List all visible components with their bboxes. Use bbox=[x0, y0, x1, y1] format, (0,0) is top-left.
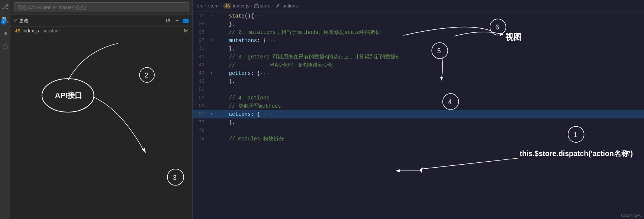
line-content: }, bbox=[216, 118, 644, 127]
line-content: // 2. mutations，相当于methods。用来修改state中的数据 bbox=[216, 28, 644, 36]
line-number: 53 bbox=[193, 110, 210, 118]
notification-badge: 1 bbox=[1, 19, 6, 25]
file-list-item[interactable]: JS index.js src\store M bbox=[10, 27, 192, 35]
line-content: mutations: {··· bbox=[216, 36, 644, 45]
code-line-43: 43 › getters: {··· bbox=[193, 69, 644, 77]
code-content: 11 › state(){··· 25 }, 26 // 2. mutation… bbox=[193, 12, 644, 219]
line-number: 40 bbox=[193, 45, 210, 53]
csdn-watermark: CSDN @AI bbox=[621, 213, 642, 218]
line-number: 25 bbox=[193, 20, 210, 28]
line-number: 49 bbox=[193, 77, 210, 86]
js-file-icon: JS bbox=[15, 28, 20, 34]
code-line-41: 41 // 3. getters 可以用来在已有的数据A的基础上，计算得到新的数… bbox=[193, 53, 644, 61]
breadcrumb: src › store › JS index.js › store › acti… bbox=[193, 0, 644, 12]
code-line-53: 53 › actions: { ··· bbox=[193, 110, 644, 118]
line-content: actions: { ··· bbox=[216, 110, 644, 118]
add-button[interactable]: + bbox=[174, 17, 180, 25]
line-number: 50 bbox=[193, 86, 210, 94]
code-line-51: 51 // 4. actions bbox=[193, 94, 644, 102]
code-lines: 11 › state(){··· 25 }, 26 // 2. mutation… bbox=[193, 12, 644, 219]
line-number: 43 bbox=[193, 69, 210, 77]
bc-js-badge: JS bbox=[223, 3, 231, 9]
code-editor: src › store › JS index.js › store › acti… bbox=[193, 0, 644, 219]
bc-store2: store bbox=[254, 3, 271, 9]
bc-actions: actions bbox=[275, 3, 298, 9]
code-line-26: 26 // 2. mutations，相当于methods。用来修改state中… bbox=[193, 28, 644, 36]
bc-sep-2: › bbox=[220, 3, 222, 9]
line-number: 41 bbox=[193, 53, 210, 61]
line-number: 77 bbox=[193, 118, 210, 127]
fold-arrow[interactable]: › bbox=[210, 12, 216, 20]
extensions-icon[interactable]: ⊞ bbox=[2, 28, 9, 39]
line-number: 78 bbox=[193, 127, 210, 135]
line-content: }, bbox=[216, 20, 644, 28]
code-line-79: 79 // modules 模块拆分 bbox=[193, 135, 644, 143]
line-content: getters: {··· bbox=[216, 69, 644, 77]
activity-bar: ⎇ 🔍 ⊞ ⬡ 1 bbox=[0, 0, 10, 219]
hex-icon[interactable]: ⬡ bbox=[1, 42, 9, 52]
line-number: 42 bbox=[193, 61, 210, 69]
bc-sep-3: › bbox=[251, 3, 252, 9]
line-content: // 4. actions bbox=[216, 94, 644, 102]
source-control-panel: ∨ 更改 ↺ + 1 JS index.js src\store M API接口… bbox=[10, 0, 193, 219]
code-line-11: 11 › state(){··· bbox=[193, 12, 644, 20]
bc-store: store bbox=[208, 3, 219, 9]
undo-button[interactable]: ↺ bbox=[164, 16, 172, 25]
line-number: 11 bbox=[193, 12, 210, 20]
fold-arrow[interactable]: › bbox=[210, 69, 216, 77]
line-content: // 3. getters 可以用来在已有的数据A的基础上，计算得到新的数据B bbox=[216, 53, 644, 61]
code-line-49: 49 }, bbox=[193, 77, 644, 86]
line-content: }, bbox=[216, 77, 644, 86]
svg-point-0 bbox=[42, 79, 94, 112]
svg-text:API接口: API接口 bbox=[55, 91, 82, 99]
svg-point-5 bbox=[167, 169, 184, 185]
bc-sep-4: › bbox=[272, 3, 274, 9]
code-line-25: 25 }, bbox=[193, 20, 644, 28]
code-line-40: 40 }, bbox=[193, 45, 644, 53]
bc-src: src bbox=[197, 3, 203, 9]
line-content: }, bbox=[216, 45, 644, 53]
changes-header: ∨ 更改 ↺ + 1 bbox=[10, 15, 192, 27]
code-line-78: 78 bbox=[193, 127, 644, 135]
code-line-50: 50 bbox=[193, 86, 644, 94]
changes-label: ∨ 更改 bbox=[13, 18, 162, 24]
file-status-badge: M bbox=[184, 28, 188, 34]
fold-arrow[interactable]: › bbox=[210, 110, 216, 118]
fold-arrow[interactable]: › bbox=[210, 36, 216, 45]
svg-text:2: 2 bbox=[145, 72, 148, 79]
line-content: // modules 模块拆分 bbox=[216, 135, 644, 143]
code-line-52: 52 // 类似于写methods bbox=[193, 102, 644, 110]
line-number: 27 bbox=[193, 36, 210, 45]
changes-badge: 1 bbox=[183, 19, 189, 23]
bc-filename: index.js bbox=[233, 3, 249, 9]
code-line-42: 42 // 当A变化时，B也能跟着变化 bbox=[193, 61, 644, 69]
commit-input-area bbox=[10, 0, 192, 15]
commit-message-input[interactable] bbox=[14, 2, 189, 12]
svg-point-3 bbox=[139, 67, 154, 82]
file-name: index.js bbox=[23, 28, 39, 34]
line-content: // 类似于写methods bbox=[216, 102, 644, 110]
line-number: 51 bbox=[193, 94, 210, 102]
line-number: 79 bbox=[193, 135, 210, 143]
svg-marker-2 bbox=[142, 148, 146, 153]
code-line-27: 27 › mutations: {··· bbox=[193, 36, 644, 45]
line-content: // 当A变化时，B也能跟着变化 bbox=[216, 61, 644, 69]
file-path: src\store bbox=[43, 28, 60, 34]
bc-sep-1: › bbox=[205, 3, 206, 9]
svg-text:3: 3 bbox=[173, 174, 177, 181]
source-control-icon[interactable]: ⎇ bbox=[0, 1, 10, 12]
line-number: 52 bbox=[193, 102, 210, 110]
code-line-77: 77 }, bbox=[193, 118, 644, 127]
line-content: state(){··· bbox=[216, 12, 644, 20]
line-number: 26 bbox=[193, 28, 210, 36]
